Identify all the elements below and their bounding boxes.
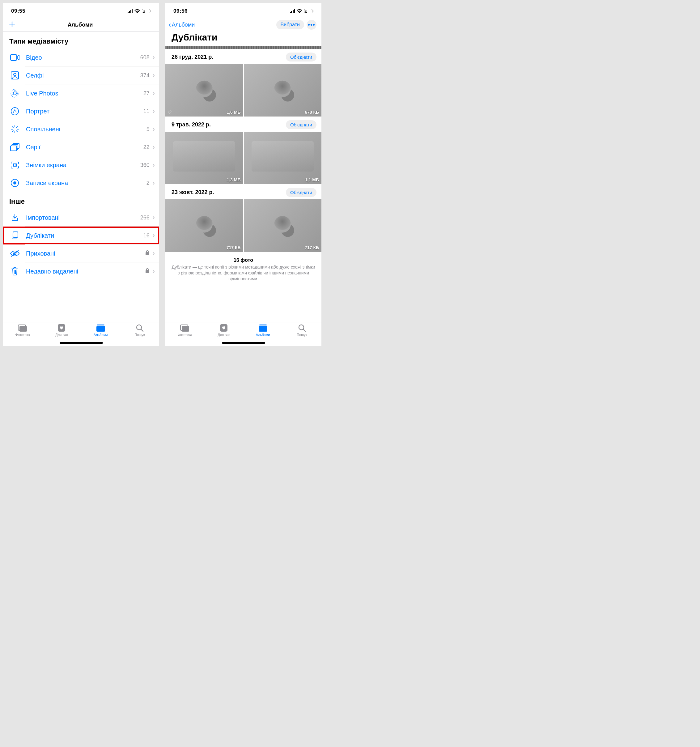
merge-button[interactable]: Об'єднати	[286, 53, 316, 62]
screenrecord-icon	[9, 178, 20, 188]
wifi-icon	[297, 9, 302, 13]
selfie-icon	[9, 71, 20, 80]
chevron-left-icon: ‹	[168, 21, 171, 29]
duplicate-thumb[interactable]: 717 КБ	[165, 200, 243, 252]
row-label: Live Photos	[26, 90, 144, 97]
back-button[interactable]: ‹ Альбоми	[168, 21, 195, 29]
svg-line-11	[12, 127, 14, 128]
duplicate-group: 9 трав. 2022 р. Об'єднати 1,3 МБ 1,1 МБ	[165, 116, 321, 184]
svg-line-14	[17, 127, 18, 128]
row-label: Дублікати	[26, 232, 144, 239]
duplicate-thumb[interactable]: 717 КБ	[244, 200, 322, 252]
other-row-imported[interactable]: Імпортовані 266 ›	[3, 209, 159, 227]
battery-icon: 36	[142, 9, 151, 13]
more-button[interactable]: •••	[307, 20, 316, 30]
media-row-video[interactable]: Відео 608 ›	[3, 48, 159, 67]
nav-header: ‹ Альбоми Вибрати •••	[165, 18, 321, 32]
merge-button[interactable]: Об'єднати	[286, 120, 316, 129]
svg-line-33	[141, 329, 143, 331]
add-album-button[interactable]	[6, 20, 15, 30]
media-row-screenrecordings[interactable]: Записи екрана 2 ›	[3, 174, 159, 192]
search-icon	[297, 324, 307, 332]
duplicate-thumb[interactable]: 678 КБ	[244, 64, 322, 116]
svg-line-13	[12, 131, 14, 132]
other-row-hidden[interactable]: Приховані ›	[3, 245, 159, 262]
merge-button[interactable]: Об'єднати	[286, 188, 316, 197]
chevron-right-icon: ›	[153, 71, 155, 79]
status-time: 09:56	[173, 8, 187, 14]
status-time: 09:55	[11, 8, 25, 14]
favorite-icon: ♡	[168, 110, 172, 115]
row-label: Селфі	[26, 72, 140, 79]
back-label: Альбоми	[172, 22, 195, 28]
svg-rect-30	[97, 325, 104, 325]
svg-rect-0	[11, 54, 17, 60]
row-count: 16	[144, 233, 150, 239]
nav-header: Альбоми	[3, 18, 159, 32]
section-title-media-types: Типи медіавмісту	[3, 32, 159, 48]
library-icon	[18, 324, 27, 332]
footer-count: 16 фото	[165, 257, 321, 263]
chevron-right-icon: ›	[153, 250, 155, 257]
albums-icon	[96, 324, 105, 332]
media-row-slomo[interactable]: Сповільнені 5 ›	[3, 120, 159, 138]
chevron-right-icon: ›	[153, 161, 155, 169]
slomo-icon	[9, 124, 20, 134]
search-icon	[135, 324, 144, 332]
tab-label: Пошук	[297, 333, 307, 337]
media-row-selfie[interactable]: Селфі 374 ›	[3, 67, 159, 85]
svg-point-21	[13, 181, 17, 184]
livephotos-icon	[9, 89, 20, 98]
row-label: Портрет	[26, 108, 144, 115]
thumb-size: 1,3 МБ	[227, 177, 240, 182]
albums-icon	[259, 324, 268, 332]
chevron-right-icon: ›	[153, 107, 155, 115]
row-label: Серії	[26, 144, 144, 151]
row-count: 27	[144, 90, 150, 97]
group-date: 9 трав. 2022 р.	[171, 121, 211, 128]
home-indicator[interactable]	[60, 342, 103, 344]
home-indicator[interactable]	[222, 342, 265, 344]
albums-list[interactable]: Типи медіавмісту Відео 608 › Селфі 374 ›…	[3, 32, 159, 322]
albums-screen: 09:55 36 Альбоми Типи медіавмісту Відео …	[3, 3, 159, 346]
tab-library[interactable]: Фототека	[165, 324, 204, 346]
row-label: Знімки екрана	[26, 162, 140, 169]
tab-label: Фототека	[178, 333, 192, 337]
svg-rect-17	[11, 146, 17, 151]
lock-icon	[145, 268, 150, 275]
tab-library[interactable]: Фототека	[3, 324, 42, 346]
tab-label: Для вас	[218, 333, 230, 337]
previous-group-peek	[165, 46, 321, 49]
duplicate-thumb[interactable]: 1,6 МБ ♡	[165, 64, 243, 116]
tab-label: Альбоми	[256, 333, 270, 337]
row-count: 360	[140, 162, 150, 168]
other-row-duplicates[interactable]: Дублікати 16 ›	[3, 227, 159, 245]
other-row-recently-deleted[interactable]: Недавно видалені ›	[3, 262, 159, 280]
duplicates-screen: 09:56 36 ‹ Альбоми Вибрати ••• Дублікати	[165, 3, 321, 346]
tab-search[interactable]: Пошук	[120, 324, 159, 346]
media-row-livephotos[interactable]: Live Photos 27 ›	[3, 85, 159, 102]
svg-rect-37	[259, 325, 267, 325]
tab-search[interactable]: Пошук	[283, 324, 321, 346]
media-row-portrait[interactable]: Портрет 11 ›	[3, 102, 159, 120]
portrait-icon	[9, 107, 20, 116]
duplicate-thumb[interactable]: 1,3 МБ	[165, 132, 243, 184]
svg-line-12	[17, 131, 18, 132]
media-row-bursts[interactable]: Серії 22 ›	[3, 138, 159, 156]
video-icon	[9, 53, 20, 62]
row-label: Імпортовані	[26, 214, 140, 221]
wifi-icon	[135, 9, 140, 13]
row-count: 2	[147, 180, 150, 186]
svg-rect-26	[145, 270, 149, 273]
cellular-icon	[290, 9, 295, 13]
duplicates-list[interactable]: 26 груд. 2021 р. Об'єднати 1,6 МБ ♡ 678 …	[165, 46, 321, 322]
duplicate-group: 26 груд. 2021 р. Об'єднати 1,6 МБ ♡ 678 …	[165, 49, 321, 116]
svg-point-4	[12, 91, 18, 96]
group-date: 26 груд. 2021 р.	[171, 54, 213, 60]
select-button[interactable]: Вибрати	[276, 20, 304, 29]
media-row-screenshots[interactable]: Знімки екрана 360 ›	[3, 156, 159, 174]
svg-line-40	[303, 329, 305, 331]
duplicates-icon	[9, 231, 20, 240]
duplicate-thumb[interactable]: 1,1 МБ	[244, 132, 322, 184]
thumb-size: 717 КБ	[305, 245, 319, 250]
